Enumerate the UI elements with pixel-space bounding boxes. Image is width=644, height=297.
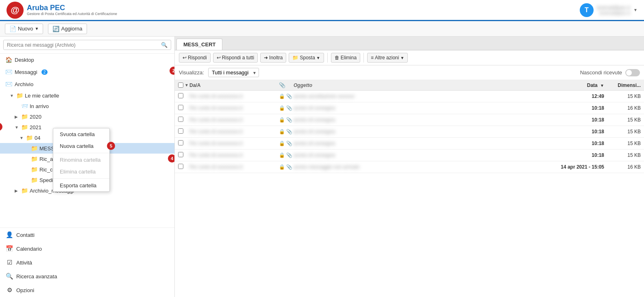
content-area: MESS_CERT ↩ Rispondi ↩ Rispondi a tutti …: [175, 37, 644, 297]
col-from-header[interactable]: Da/A: [189, 82, 279, 88]
logo-text: Aruba PEC Gestore di Posta Certificata e…: [27, 4, 117, 16]
new-icon: 📄: [9, 26, 16, 32]
sidebar-item-le-mie-cartelle[interactable]: ▼ 📁 Le mie cartelle: [0, 90, 174, 101]
sidebar-item-calendario[interactable]: 📅 Calendario: [0, 242, 174, 256]
message-list-header: ▼ Da/A 📎 Oggetto Data ▼ Dimensi...: [175, 80, 644, 91]
row-from: Per conto di xxxxxxxxx.it: [189, 164, 279, 170]
row-date: 10:18: [551, 141, 608, 146]
contacts-icon: 👤: [6, 231, 13, 238]
calendar-icon: 📅: [6, 245, 13, 252]
altre-azioni-button[interactable]: ≡ Altre azioni ▼: [367, 53, 408, 63]
mail-icon: ✉️: [5, 69, 12, 75]
table-row[interactable]: Per conto di xxxxxxxxx.it 🔒 📎 avviso di …: [175, 138, 644, 150]
search-input-wrap[interactable]: 🔍: [3, 40, 171, 50]
col-date-header[interactable]: Data ▼: [551, 82, 608, 88]
sort-dropdown-icon[interactable]: ▼: [185, 83, 189, 87]
folder-icon: 📁: [31, 177, 38, 183]
annotation-5: 5: [107, 142, 115, 150]
sidebar-item-archivio[interactable]: ✉️ Archivio: [0, 78, 174, 90]
tab-mess-cert[interactable]: MESS_CERT: [176, 39, 222, 50]
row-icons: 🔒 📎: [279, 117, 294, 123]
sidebar-item-in-arrivo[interactable]: ▶ 📨 In arrivo: [0, 101, 174, 111]
attachment-icon: 📎: [286, 164, 292, 170]
row-from: Per conto di xxxxxxxxx.it: [189, 93, 279, 99]
row-subject: avviso messaggio non arrivato: [294, 164, 551, 170]
row-checkbox[interactable]: [178, 105, 183, 110]
elimina-button[interactable]: 🗑 Elimina: [331, 53, 360, 63]
lock-icon: 🔒: [279, 152, 285, 158]
row-from: Per conto di xxxxxxxxx.it: [189, 117, 279, 123]
attachment-icon: 📎: [286, 105, 292, 111]
messaggi-badge: 2: [41, 69, 48, 75]
table-row[interactable]: Per conto di xxxxxxxxx.it 🔒 📎 avviso di …: [175, 114, 644, 126]
row-icons: 🔒 📎: [279, 93, 294, 99]
rispondi-label: Rispondi: [188, 55, 207, 61]
row-checkbox[interactable]: [178, 164, 183, 169]
row-checkbox-cell: [178, 105, 189, 111]
altre-azioni-icon: ≡: [371, 55, 374, 61]
col-size-header[interactable]: Dimensi...: [608, 82, 641, 88]
folder-icon: 📁: [31, 166, 38, 173]
filter-select[interactable]: Tutti i messaggi: [208, 68, 259, 77]
le-mie-cartelle-label: Le mie cartelle: [25, 93, 59, 99]
sidebar-item-opzioni[interactable]: ⚙ Opzioni: [0, 283, 174, 297]
lock-icon: 🔒: [279, 141, 285, 146]
ctx-svuota-cartella[interactable]: Svuota cartella: [53, 128, 109, 140]
folder-icon: 📁: [16, 92, 23, 99]
elimina-icon: 🗑: [335, 55, 339, 61]
sidebar-item-contatti[interactable]: 👤 Contatti: [0, 228, 174, 242]
expand-arrow-icon: ▶: [15, 189, 20, 193]
lock-icon: 🔒: [279, 105, 285, 111]
new-button[interactable]: 📄 Nuovo ▼: [5, 24, 43, 34]
col-subject-header[interactable]: Oggetto: [294, 82, 551, 88]
table-row[interactable]: Per conto di xxxxxxxxx.it 🔒 📎 avviso mes…: [175, 161, 644, 173]
row-from: Per conto di xxxxxxxxx.it: [189, 105, 279, 111]
table-row[interactable]: Per conto di xxxxxxxxx.it 🔒 📎 avviso di …: [175, 102, 644, 114]
table-row[interactable]: Per conto di xxxxxxxxx.it 🔒 📎 avviso di …: [175, 126, 644, 138]
sidebar-item-messaggi[interactable]: ✉️ Messaggi 2 2: [0, 66, 174, 78]
sidebar-item-ricerca-avanzata[interactable]: 🔍 Ricerca avanzata: [0, 269, 174, 283]
ctx-nuova-cartella[interactable]: Nuova cartella 5: [53, 140, 109, 152]
rispondi-button[interactable]: ↩ Rispondi: [179, 53, 211, 63]
folder-icon: 📁: [31, 145, 38, 152]
row-checkbox-cell: [178, 117, 189, 123]
row-checkbox[interactable]: [178, 152, 183, 157]
filter-select-wrap[interactable]: Tutti i messaggi ▼: [208, 68, 259, 77]
row-size: 15 KB: [608, 141, 641, 146]
nascondi-toggle[interactable]: [625, 69, 640, 76]
row-checkbox[interactable]: [178, 140, 183, 145]
inoltra-button[interactable]: ➜ Inoltra: [260, 53, 286, 63]
row-subject: avviso di consegna: [294, 152, 551, 158]
attachment-col-icon: 📎: [279, 82, 285, 88]
sidebar-item-2020[interactable]: ▶ 📁 2020: [0, 111, 174, 122]
context-menu-divider: [53, 153, 109, 153]
annotation-2: 2: [170, 67, 175, 75]
table-row[interactable]: Per conto di xxxxxxxxx.it 🔒 📎 avviso di …: [175, 150, 644, 161]
lock-icon: 🔒: [279, 117, 285, 123]
row-checkbox-cell: [178, 140, 189, 147]
row-size: 15 KB: [608, 93, 641, 99]
logo-at-symbol: @: [11, 6, 19, 15]
row-checkbox[interactable]: [178, 128, 183, 134]
user-menu[interactable]: T testmail@pec.it testmail@pec.it ▼: [580, 3, 637, 17]
inoltra-icon: ➜: [264, 55, 268, 61]
rispondi-tutti-label: Rispondi a tutti: [222, 55, 254, 61]
options-icon: ⚙: [6, 286, 13, 294]
visualizza-label: Visualizza:: [179, 69, 204, 76]
sposta-button[interactable]: 📁 Sposta ▼: [289, 53, 324, 63]
ctx-rinomina-cartella: Rinomina cartella: [53, 154, 109, 166]
rispondi-tutti-button[interactable]: ↩ Rispondi a tutti: [213, 53, 258, 63]
row-checkbox[interactable]: [178, 93, 183, 98]
row-date: 10:18: [551, 152, 608, 158]
sidebar-messaggi-label: Messaggi: [15, 69, 37, 75]
sidebar-item-desktop[interactable]: 🏠 Desktop: [0, 54, 174, 66]
col-check-header: ▼: [178, 82, 189, 88]
sidebar-item-attivita[interactable]: ☑ Attività: [0, 256, 174, 269]
refresh-button[interactable]: 🔄 Aggiorna: [48, 24, 87, 34]
ctx-esporta-cartella[interactable]: Esporta cartella: [53, 180, 109, 191]
table-row[interactable]: Per conto di xxxxxxxxx.it 🔒 📎 avviso acc…: [175, 91, 644, 102]
avatar: T: [580, 3, 594, 17]
row-checkbox[interactable]: [178, 117, 183, 122]
search-input[interactable]: [7, 42, 161, 48]
select-all-checkbox[interactable]: [178, 82, 183, 88]
